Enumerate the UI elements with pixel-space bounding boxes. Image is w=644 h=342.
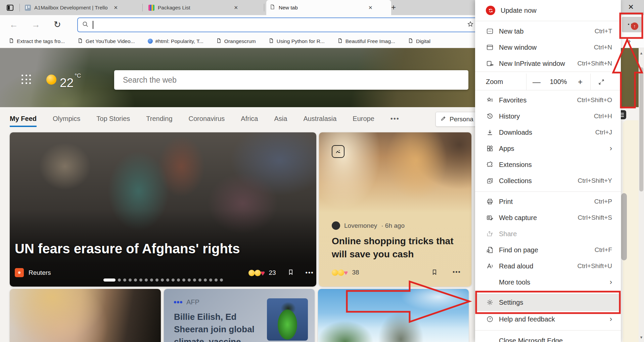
news-card-photo[interactable] xyxy=(10,289,161,342)
menu-item-downloads[interactable]: Downloads Ctrl+J xyxy=(475,124,621,140)
bookmarks-overflow-chevron[interactable]: › xyxy=(629,38,631,45)
zoom-out-button[interactable]: — xyxy=(526,77,547,87)
card-actions: ♥ 23 ••• xyxy=(248,269,314,277)
feed-tab-my-feed[interactable]: My Feed xyxy=(10,115,37,127)
news-card-afghan[interactable] xyxy=(10,132,316,287)
tab-packages-list[interactable]: Packages List ✕ xyxy=(145,0,268,15)
text-caret xyxy=(93,21,93,29)
zoom-value: 100% xyxy=(547,78,570,86)
app-launcher-icon[interactable] xyxy=(21,75,32,85)
carousel-active-dot[interactable] xyxy=(103,279,116,282)
reaction-count: 23 xyxy=(269,269,276,276)
bookmark-item[interactable]: Get YouTube Video... xyxy=(78,38,135,45)
card-more-icon[interactable]: ••• xyxy=(453,269,461,277)
page-scrollbar-thumb[interactable] xyxy=(639,67,643,191)
menu-item-close-microsoft-edge[interactable]: Close Microsoft Edge xyxy=(475,333,621,342)
menu-item-read-aloud[interactable]: Read aloud Ctrl+Shift+U xyxy=(475,258,621,274)
scrollbar-down-arrow[interactable]: ▼ xyxy=(639,335,643,339)
bookmark-item[interactable]: Using Python for R... xyxy=(269,38,325,45)
feed-tab-europe[interactable]: Europe xyxy=(353,115,374,126)
tab-switcher-button[interactable] xyxy=(5,3,15,13)
web-search-box[interactable] xyxy=(114,70,468,90)
bookmark-item[interactable]: Extract the tags fro... xyxy=(9,38,65,45)
feed-tab-australasia[interactable]: Australasia xyxy=(303,115,336,126)
collections-icon xyxy=(486,177,494,185)
feed-tab-trending[interactable]: Trending xyxy=(146,115,172,126)
news-time: · 6h ago xyxy=(381,222,405,229)
card-more-icon[interactable]: ••• xyxy=(306,269,314,276)
feed-tab-strip: My Feed Olympics Top Stories Trending Co… xyxy=(10,115,400,129)
tab-close-icon[interactable]: ✕ xyxy=(368,5,373,11)
bookmark-item[interactable]: Beautiful Free Imag... xyxy=(337,38,395,45)
favorite-this-page-icon[interactable] xyxy=(467,20,474,29)
read-aloud-icon xyxy=(486,262,494,270)
scrollbar-up-arrow[interactable]: ▲ xyxy=(639,51,643,55)
tab-close-icon[interactable]: ✕ xyxy=(114,5,118,11)
bookmark-save-icon[interactable] xyxy=(287,269,294,277)
feed-tabs-more-icon[interactable]: ••• xyxy=(390,115,400,126)
tab-new-tab[interactable]: New tab ✕ xyxy=(266,0,391,15)
page-icon xyxy=(78,38,83,45)
carousel-dots[interactable] xyxy=(10,279,316,282)
feed-tab-top-stories[interactable]: Top Stories xyxy=(96,115,130,126)
bookmark-item[interactable]: #html: Popularity, T... xyxy=(148,38,203,44)
feed-tab-asia[interactable]: Asia xyxy=(274,115,287,126)
menu-item-more-tools[interactable]: More tools › xyxy=(475,274,621,290)
card-actions: ••• xyxy=(431,269,461,277)
menu-item-print[interactable]: Print Ctrl+P xyxy=(475,194,621,210)
menu-item-new-tab[interactable]: New tab Ctrl+T xyxy=(475,23,621,39)
tab-close-icon[interactable]: ✕ xyxy=(234,5,238,11)
menu-item-apps[interactable]: Apps › xyxy=(475,140,621,157)
lovemoney-logo xyxy=(332,221,340,230)
menu-item-label: Update now xyxy=(501,7,610,14)
reactions[interactable]: ♥ 23 xyxy=(248,269,276,276)
news-source-row: Lovemoney · 6h ago xyxy=(332,221,405,230)
svg-text:?: ? xyxy=(489,317,491,321)
address-bar[interactable] xyxy=(77,17,478,32)
page-icon xyxy=(216,38,222,45)
menu-item-favorites[interactable]: Favorites Ctrl+Shift+O xyxy=(475,92,621,108)
menu-item-extensions[interactable]: Extensions xyxy=(475,157,621,173)
heart-reaction-icon: ♥ xyxy=(261,270,265,276)
fullscreen-icon[interactable] xyxy=(591,79,612,85)
gear-icon xyxy=(486,298,494,306)
weather-temperature[interactable]: 22°C xyxy=(60,73,81,90)
download-icon xyxy=(486,128,494,136)
menu-item-new-inprivate-window[interactable]: New InPrivate window Ctrl+Shift+N xyxy=(475,55,621,72)
menu-item-collections[interactable]: Collections Ctrl+Shift+Y xyxy=(475,173,621,189)
menu-item-settings[interactable]: Settings xyxy=(475,294,621,311)
feed-tab-coronavirus[interactable]: Coronavirus xyxy=(189,115,225,126)
new-tab-button[interactable]: + xyxy=(391,3,396,11)
reactions[interactable]: ♥ 38 xyxy=(332,269,359,276)
reuters-logo xyxy=(15,268,24,277)
zoom-in-button[interactable]: + xyxy=(570,77,590,87)
refresh-button[interactable]: ↻ xyxy=(54,20,61,29)
feed-tab-africa[interactable]: Africa xyxy=(241,115,258,126)
page-icon xyxy=(337,38,343,45)
bookmark-save-icon[interactable] xyxy=(431,269,438,277)
search-icon xyxy=(82,21,89,29)
menu-item-help-and-feedback[interactable]: ? Help and feedback › xyxy=(475,311,621,327)
feed-scrollbar-thumb[interactable] xyxy=(621,193,627,260)
web-search-input[interactable] xyxy=(122,75,460,85)
tab-trello[interactable]: A1Mailbox Development | Trello ✕ xyxy=(21,0,146,15)
menu-item-new-window[interactable]: New window Ctrl+N xyxy=(475,39,621,55)
menu-item-history[interactable]: History Ctrl+H xyxy=(475,108,621,124)
page-icon xyxy=(408,38,413,45)
menu-item-find-on-page[interactable]: Find on page Ctrl+F xyxy=(475,242,621,258)
news-card-mountains[interactable] xyxy=(318,289,469,342)
back-button[interactable]: ← xyxy=(9,20,18,29)
news-headline[interactable]: Billie Eilish, Ed Sheeran join global cl… xyxy=(174,311,271,342)
bookmark-item[interactable]: Orangescrum xyxy=(216,38,256,45)
help-icon: ? xyxy=(486,315,494,323)
news-headline[interactable]: UN fears erasure of Afghans' rights xyxy=(15,241,270,256)
bookmark-item[interactable]: Digital xyxy=(408,38,430,45)
news-headline[interactable]: Online shopping tricks that will save yo… xyxy=(332,234,463,261)
news-source: Lovemoney xyxy=(344,222,377,229)
puzzle-icon xyxy=(486,161,494,169)
window-close-button[interactable]: ✕ xyxy=(626,2,636,12)
feed-tab-olympics[interactable]: Olympics xyxy=(53,115,80,126)
forward-button[interactable]: → xyxy=(32,20,40,29)
menu-item-update-now[interactable]: Update now xyxy=(475,2,621,19)
menu-item-web-capture[interactable]: Web capture Ctrl+Shift+S xyxy=(475,210,621,226)
